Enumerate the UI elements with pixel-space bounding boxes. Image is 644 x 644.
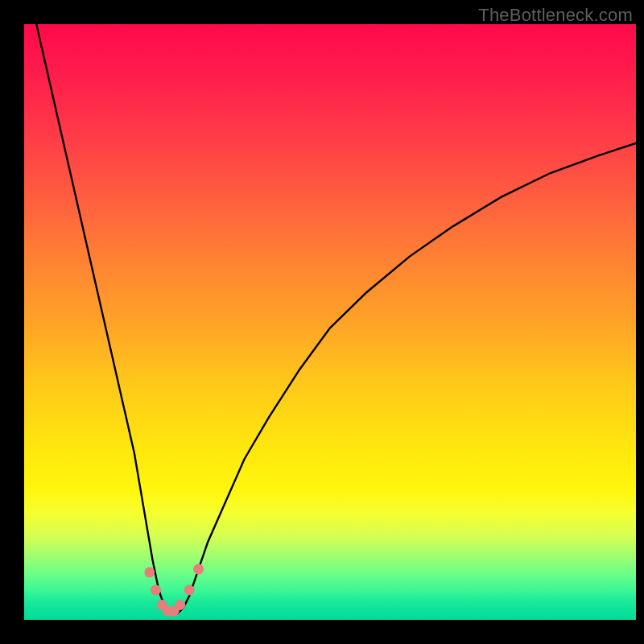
curve-marker: [184, 585, 195, 596]
curve-marker: [193, 564, 204, 575]
curve-marker: [144, 567, 155, 577]
bottleneck-curve: [24, 24, 636, 620]
marker-group: [144, 564, 204, 617]
curve-marker: [151, 585, 161, 596]
watermark-text: TheBottleneck.com: [478, 5, 633, 26]
curve-marker: [175, 600, 185, 610]
curve-path: [36, 24, 636, 614]
chart-plot-area: [24, 24, 636, 620]
